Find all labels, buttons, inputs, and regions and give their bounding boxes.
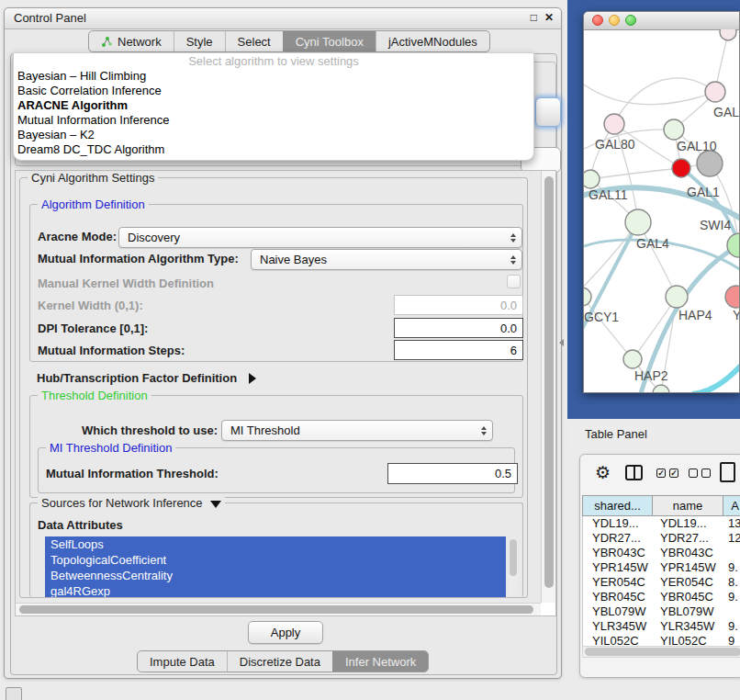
float-window-icon[interactable]: □ [531,11,537,24]
network-node-gal1[interactable] [672,159,690,177]
table-row[interactable]: YBR045CYBR045C9. [583,590,740,604]
mi-threshold-field[interactable]: 0.5 [387,463,518,484]
network-node-gal10[interactable] [664,119,684,140]
table-row[interactable]: YER054CYER054C8. [583,575,740,590]
settings-vertical-scrollbar[interactable] [541,171,555,603]
network-canvas[interactable]: GALGAL80GAL10GAL1GAL11SWI4GAL4GCY1HAP4YH… [584,29,740,393]
checked-checkbox-icon[interactable]: ✓ [656,469,666,478]
network-node-y[interactable] [725,286,740,308]
attributes-list-scrollbar[interactable] [509,537,518,596]
columns-icon[interactable] [625,465,643,480]
network-edge-cyan [692,366,740,393]
tab-network[interactable]: Network [89,31,174,51]
cell: YLR345W [660,619,714,634]
cell: 13 [728,516,740,531]
node-label-hap4: HAP4 [678,308,712,322]
bottom-tab-infer-network[interactable]: Infer Network [332,651,428,672]
close-traffic-light-icon[interactable] [592,15,603,26]
algorithm-option-basic-correlation-inference[interactable]: Basic Correlation Inference [14,84,533,98]
cell: YER054C [660,575,713,590]
sources-group: Sources for Network Inference Data Attri… [29,502,523,597]
split-pane-collapse-icon[interactable] [559,339,564,346]
table-row[interactable]: YBR043CYBR043C [583,546,740,560]
column-header-name[interactable]: name [653,495,723,516]
mi-steps-label: Mutual Information Steps: [38,344,185,357]
table-row[interactable]: YBL079WYBL079W [583,604,740,619]
cell: YBR043C [592,546,645,560]
tab-jactivemnodules[interactable]: jActiveMNodules [376,31,489,51]
network-node-gal[interactable] [705,82,725,102]
gear-icon[interactable]: ⚙ [595,463,611,483]
attribute-item-topologicalcoefficient[interactable]: TopologicalCoefficient [45,552,506,568]
sources-group-title[interactable]: Sources for Network Inference [38,496,225,510]
tab-select[interactable]: Select [225,31,283,51]
bottom-tab-impute-data[interactable]: Impute Data [138,651,227,672]
cell: YER054C [592,575,645,590]
page-icon[interactable] [720,462,735,482]
expand-right-icon [249,373,256,384]
minimize-traffic-light-icon[interactable] [609,15,620,26]
checked-checkbox-icon[interactable]: ✓ [669,469,678,478]
node-label-y: Y [733,308,740,322]
tab-style[interactable]: Style [174,31,225,51]
cell: YIL052C [660,634,707,646]
table-row[interactable]: YLR345WYLR345W9. [583,619,740,634]
which-threshold-value: MI Threshold [230,423,300,437]
mi-steps-field[interactable]: 6 [394,340,523,360]
attribute-item-gal4rgexp[interactable]: gal4RGexp [45,583,506,597]
cell: YDL19... [660,516,707,531]
hub-definition-expander[interactable]: Hub/Transcription Factor Definition [37,369,256,386]
which-threshold-combo[interactable]: MI Threshold [221,420,493,441]
kernel-width-value: 0.0 [500,299,517,312]
table-row[interactable]: YDL19...YDL19...13 [583,516,740,531]
table-row[interactable]: YDR27...YDR27...12 [583,531,740,546]
settings-horizontal-scrollbar[interactable] [16,603,541,615]
algorithm-option-bayesian-k2[interactable]: Bayesian – K2 [14,128,533,142]
attribute-item-betweennesscentrality[interactable]: BetweennessCentrality [45,568,506,583]
column-header-shared[interactable]: shared... [582,495,653,516]
attribute-item-selfloops[interactable]: SelfLoops [45,536,506,552]
unchecked-checkbox-icon[interactable] [701,469,711,478]
network-node-gal11[interactable] [584,170,600,188]
mi-type-combo[interactable]: Naive Bayes [251,249,522,270]
close-window-icon[interactable]: ✕ [544,11,554,24]
network-node-gcy1[interactable] [584,288,591,306]
network-node[interactable] [720,29,736,40]
network-node[interactable] [697,151,723,176]
network-node-gal4[interactable] [625,209,651,235]
node-label-gal: GAL [713,105,739,119]
table-horizontal-scrollbar[interactable] [582,646,740,658]
data-attributes-list: SelfLoopsTopologicalCoefficientBetweenne… [45,536,506,597]
cell: YIL052C [592,634,639,646]
bottom-tab-discretize-data[interactable]: Discretize Data [227,651,332,672]
apply-button[interactable]: Apply [248,621,323,644]
algorithm-option-mutual-information-inference[interactable]: Mutual Information Inference [14,113,533,128]
tab-cyni-toolbox[interactable]: Cyni Toolbox [283,31,376,51]
dpi-tolerance-field[interactable]: 0.0 [394,318,523,338]
network-node-hap2[interactable] [623,350,642,368]
table-row[interactable]: YIL052CYIL052C9 [583,634,740,646]
settings-scrollpane: Cyni Algorithm Settings Algorithm Defini… [15,170,556,616]
mi-type-label: Mutual Information Algorithm Type: [38,252,239,265]
network-node-hap4[interactable] [666,286,688,308]
bottom-left-chip[interactable] [6,687,22,700]
algorithm-option-bayesian-hill-climbing[interactable]: Bayesian – Hill Climbing [14,69,533,84]
node-label-gal80: GAL80 [595,137,635,152]
cell: YLR345W [592,619,646,634]
node-label-gcy1: GCY1 [584,310,619,324]
network-node-gal80[interactable] [604,114,624,134]
zoom-traffic-light-icon[interactable] [625,15,636,26]
cell: YDL19... [592,516,639,531]
mi-steps-value: 6 [510,344,517,357]
table-row[interactable]: YPR145WYPR145W9. [583,560,740,575]
mi-threshold-label: Mutual Information Threshold: [46,467,219,480]
manual-kernel-checkbox [507,275,521,288]
column-header-a[interactable]: A [723,495,740,516]
algorithm-combo-fragment[interactable] [535,97,561,127]
algorithm-definition-group: Algorithm Definition Aracne Mode: Discov… [29,204,523,362]
algorithm-option-dream8-dc-tdc-algorithm[interactable]: Dream8 DC_TDC Algorithm [14,142,533,157]
network-tab-icon [101,36,113,48]
algorithm-option-aracne-algorithm[interactable]: ARACNE Algorithm [14,98,533,113]
unchecked-checkbox-icon[interactable] [689,469,698,478]
aracne-mode-combo[interactable]: Discovery [118,227,522,248]
